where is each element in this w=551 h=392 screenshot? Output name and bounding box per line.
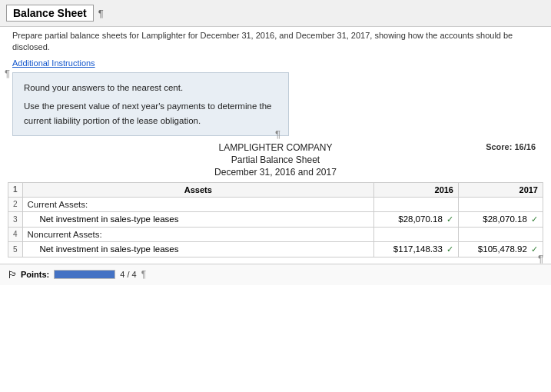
noncurrent-assets-2017[interactable]: [459, 227, 543, 241]
hint-box: Round your answers to the nearest cent. …: [12, 72, 289, 136]
net-invest-noncurrent-2016[interactable]: $117,148.33 ✓: [374, 241, 459, 257]
additional-instructions-link[interactable]: Additional Instructions: [12, 58, 551, 68]
flag-icon: 🏳: [8, 269, 18, 281]
score-value: 16/16: [514, 142, 536, 151]
row-num-5: 5: [8, 241, 23, 257]
table-row: 5 Net investment in sales-type leases $1…: [8, 241, 543, 257]
check-2016-row5: ✓: [446, 244, 453, 254]
net-invest-current-2017[interactable]: $28,070.18 ✓: [459, 211, 543, 227]
table-row: 3 Net investment in sales-type leases $2…: [8, 211, 543, 227]
hint-line2: Use the present value of next year's pay…: [24, 99, 277, 128]
tab-title[interactable]: Balance Sheet: [6, 5, 94, 22]
score-label: Score:: [486, 142, 512, 151]
check-2017-row3: ✓: [531, 214, 538, 224]
company-header: LAMPLIGHTER COMPANY Score: 16/16 Partial…: [8, 142, 543, 178]
current-assets-2016[interactable]: [374, 197, 459, 211]
hint-line1: Round your answers to the nearest cent.: [24, 81, 277, 95]
footer-bar: 🏳 Points: 4 / 4 ¶: [0, 264, 551, 285]
paragraph-mark-header: ¶: [98, 8, 104, 19]
paragraph-mark-1: ¶: [5, 68, 10, 79]
paragraph-mark-2: ¶: [275, 128, 280, 140]
net-invest-current-2016[interactable]: $28,070.18 ✓: [374, 211, 459, 227]
value-2016-row5: $117,148.33: [393, 244, 443, 254]
net-invest-noncurrent-2017[interactable]: $105,478.92 ✓: [459, 241, 543, 257]
value-2017-row3: $28,070.18: [483, 214, 527, 224]
instructions-text: Prepare partial balance sheets for Lampl…: [0, 27, 551, 55]
row-num-3: 3: [8, 211, 23, 227]
check-2016-row3: ✓: [446, 214, 453, 224]
paragraph-mark-right: ¶: [538, 253, 543, 264]
col-num: 1: [8, 182, 23, 197]
row-num-2: 2: [8, 197, 23, 211]
points-label: Points:: [21, 270, 49, 279]
value-2016-row3: $28,070.18: [398, 214, 443, 224]
table-row: 2 Current Assets:: [8, 197, 543, 211]
points-value: 4 / 4: [120, 270, 136, 279]
main-content: LAMPLIGHTER COMPANY Score: 16/16 Partial…: [0, 142, 551, 257]
balance-sheet-subtitle: Partial Balance Sheet: [8, 154, 543, 165]
balance-sheet-table: 1 Assets 2016 2017 2 Current Assets: 3 N: [8, 182, 543, 257]
current-assets-2017[interactable]: [459, 197, 543, 211]
row-num-4: 4: [8, 227, 23, 241]
company-name: LAMPLIGHTER COMPANY: [8, 142, 543, 153]
value-2017-row5: $105,478.92: [478, 244, 527, 254]
net-invest-current-label: Net investment in sales-type leases: [22, 211, 373, 227]
table-row: 4 Noncurrent Assets:: [8, 227, 543, 241]
net-invest-noncurrent-label: Net investment in sales-type leases: [22, 241, 373, 257]
noncurrent-assets-label: Noncurrent Assets:: [22, 227, 373, 241]
date-line: December 31, 2016 and 2017: [8, 167, 543, 178]
col-2016: 2016: [374, 182, 459, 197]
points-progress-bar: [54, 270, 115, 279]
col-assets: Assets: [22, 182, 373, 197]
noncurrent-assets-2016[interactable]: [374, 227, 459, 241]
check-2017-row5: ✓: [531, 244, 538, 254]
header-bar: Balance Sheet ¶: [0, 0, 551, 27]
col-2017: 2017: [459, 182, 543, 197]
instructions-content: Prepare partial balance sheets for Lampl…: [12, 31, 513, 51]
score-badge: Score: 16/16: [486, 142, 536, 151]
paragraph-mark-footer: ¶: [141, 269, 146, 280]
points-bar-fill: [55, 271, 115, 278]
current-assets-label: Current Assets:: [22, 197, 373, 211]
